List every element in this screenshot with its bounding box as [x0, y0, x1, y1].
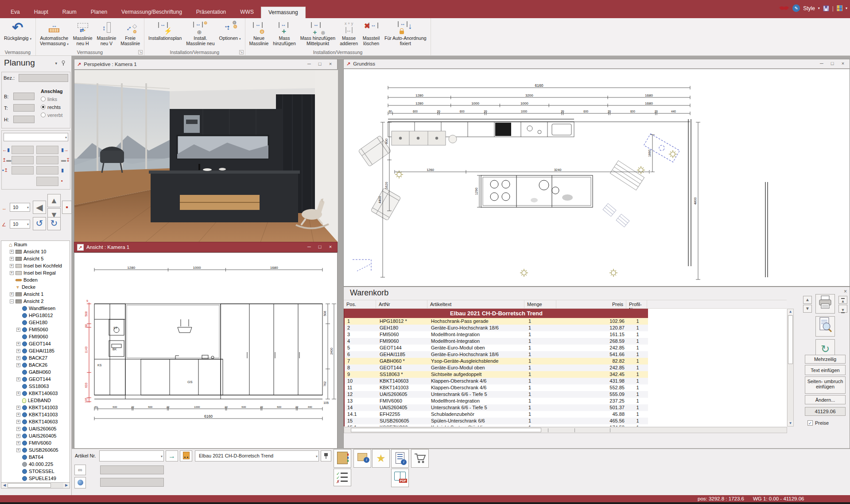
maximize-button[interactable]: □ [827, 60, 837, 67]
scheme-caret-icon[interactable]: ▾ [846, 6, 847, 10]
text-einfuegen-button[interactable]: Text einfügen [805, 365, 846, 375]
menu-tab-haupt[interactable]: Haupt [27, 7, 55, 18]
radio-vererbt-label[interactable]: vererbt [47, 112, 62, 118]
dim-v-button[interactable]: ↕Masslinieneu V [94, 19, 118, 49]
catalog-combo[interactable]: Elbau 2021 CH-D-Borretsch Trend▾ [195, 450, 319, 461]
table-row[interactable]: 13FMIV6060Modellfront-Integration1237.25… [345, 398, 648, 404]
table-row[interactable]: 9SS18063 *Sichtseite aufgedoppelt1342.45… [345, 371, 648, 378]
expand-icon[interactable]: + [16, 363, 20, 367]
tree-item[interactable]: +Insel bei Kochfeld [1, 262, 70, 269]
column-header[interactable]: Pos. [344, 300, 376, 308]
radio-vererbt[interactable] [41, 112, 46, 117]
table-vscrollbar[interactable]: ▲ ▼ [787, 309, 794, 426]
undo-button[interactable]: ↶Rückgängig ▾ [2, 19, 34, 49]
maximize-button[interactable]: □ [315, 61, 325, 68]
dim-free-button[interactable]: ↔◇⚙FreieMasslinie [118, 19, 142, 49]
dim-new-button[interactable]: ↔⚙NeueMasslinie [247, 19, 271, 49]
pdf-export-button[interactable]: PDF [391, 469, 409, 487]
table-row[interactable]: 3FMI5060Modellfront-Integration1161.151 [345, 331, 648, 338]
table-row[interactable]: 2GEH180Geräte-Euro-Hochschrank 18/61120.… [345, 325, 648, 331]
table-row[interactable]: 15SUSB260605Spülen-Unterschrank 6/61465.… [345, 418, 648, 424]
move-left-button[interactable]: ◀ [33, 201, 46, 214]
dim-add-button[interactable]: ↔+Masshinzufügen [271, 19, 298, 49]
tree-item[interactable]: +Insel bei Regal [1, 269, 70, 276]
tree-item[interactable]: +FMI5060 [1, 326, 70, 333]
print-button[interactable] [815, 294, 835, 314]
table-row[interactable]: 8GEOT144Geräte-Euro-Modul oben1242.851 [345, 364, 648, 371]
b-field[interactable] [13, 93, 35, 100]
align-button[interactable] [36, 146, 58, 154]
table-row[interactable]: 10KBKT140603Klappen-Oberschrank 4/61431.… [345, 378, 648, 384]
expand-icon[interactable]: + [16, 427, 20, 431]
tree-item[interactable]: +Ansicht 5 [1, 255, 70, 262]
table-row[interactable]: 6GEHAI1185Geräte-Euro-Hochschrank 18/615… [345, 351, 648, 358]
table-row[interactable]: 14.1EFH2255Schubladenzubehör145.881 [345, 411, 648, 418]
tree-item[interactable]: LEDBAND [1, 397, 70, 404]
table-hscrollbar[interactable] [344, 427, 787, 433]
favorites-button[interactable]: ★ [372, 449, 390, 468]
menu-tab-wws[interactable]: WWS [233, 7, 261, 18]
table-row[interactable]: 14UAIS260405Unterschrank 6/6 - Tiefe 515… [345, 404, 648, 411]
radio-rechts-label[interactable]: rechts [47, 105, 61, 110]
move-up-button[interactable]: ▲ [47, 194, 61, 207]
close-button[interactable]: × [838, 60, 848, 67]
scroll-up-icon[interactable]: ▲ [788, 309, 793, 314]
catalog-button[interactable] [180, 450, 192, 461]
table-row[interactable]: 11KBKT141003Klappen-Oberschrank 4/61552.… [345, 384, 648, 391]
tree-item[interactable]: +BACK27 [1, 354, 70, 361]
katalog-browser-button[interactable] [334, 449, 351, 468]
grundriss-titlebar[interactable]: ↗ Grundriss ─ □ × [343, 59, 850, 69]
minimize-button[interactable]: ─ [817, 60, 827, 67]
scroll-right-icon[interactable]: ▶ [63, 483, 70, 488]
dim-delete-button[interactable]: ↔✖Massteillöschen [360, 19, 382, 49]
tree-item[interactable]: +UAIS260605 [1, 425, 70, 432]
panel-caret-icon[interactable]: ▾ [55, 61, 57, 66]
rotate-cw-button[interactable]: ↻ [47, 217, 61, 230]
expand-icon[interactable]: + [10, 264, 14, 268]
document-info-button[interactable]: i [391, 449, 409, 468]
install-plan-button[interactable]: ↔⚡Installationsplan [146, 19, 184, 49]
table-row[interactable]: 5GEOT144Geräte-Euro-Modul oben1242.851 [345, 345, 648, 351]
grundriss-canvas[interactable]: 6160128032001680128010001000168060600206… [343, 69, 850, 287]
close-button[interactable]: × [326, 244, 335, 251]
tree-item[interactable]: 40.000.225 [1, 461, 70, 468]
menu-tab-raum[interactable]: Raum [55, 7, 84, 18]
expand-icon[interactable]: + [16, 413, 20, 417]
page-down-button[interactable]: ▼ [838, 305, 847, 313]
perspektive-titlebar[interactable]: ↗ Perspektive : Kamera 1 ─ □ × [74, 59, 338, 70]
expand-icon[interactable]: + [16, 377, 20, 381]
tree-item[interactable]: Wandfliesen [1, 305, 70, 312]
tree-item[interactable]: GEH180 [1, 319, 70, 326]
expand-icon[interactable]: + [16, 434, 20, 438]
rotate-step-combo[interactable]: 10▾ [10, 220, 30, 229]
tree-item[interactable]: SPUELE149 [1, 475, 70, 482]
edit-style-icon[interactable]: ✎ [792, 4, 800, 12]
expand-icon[interactable]: + [10, 271, 14, 275]
expand-icon[interactable]: + [10, 250, 14, 254]
stamp-button[interactable] [74, 477, 86, 488]
auto-fix-button[interactable]: ↔↓Für Auto-Anordnungfixiert [382, 19, 429, 49]
dim-h-button[interactable]: ⇄▪Masslinieneu H [71, 19, 95, 49]
perspektive-canvas[interactable] [74, 70, 338, 242]
align-button[interactable] [12, 156, 34, 164]
tree-item[interactable]: +GEOT144 [1, 376, 70, 383]
tree-item[interactable]: SS18063 [1, 383, 70, 390]
table-row[interactable]: 1HPG18012 *Hochschrank-Pass gerade1102.9… [345, 318, 648, 325]
dialog-launcher-icon[interactable]: ↘ [138, 50, 143, 54]
checklist-button[interactable]: ✓✓✗ [334, 469, 351, 486]
article-info-button[interactable]: i [353, 449, 371, 468]
menu-tab-eva[interactable]: Eva [4, 7, 27, 18]
collapse-icon[interactable]: − [10, 299, 14, 303]
tree-item[interactable]: +GEOT144 [1, 340, 70, 347]
align-button[interactable] [36, 166, 58, 174]
tree-item[interactable]: +FMIV6060 [1, 439, 70, 446]
style-label[interactable]: Style [803, 5, 815, 12]
menu-tab-vermassung[interactable]: Vermassung [261, 7, 306, 18]
expand-icon[interactable]: + [16, 356, 20, 360]
align-button[interactable] [36, 156, 58, 164]
expand-icon[interactable]: + [16, 392, 20, 395]
color-scheme-icon[interactable] [837, 5, 842, 11]
page-up-button[interactable]: ▲ [838, 296, 847, 304]
close-button[interactable]: × [326, 61, 335, 68]
close-icon[interactable]: × [844, 288, 847, 295]
